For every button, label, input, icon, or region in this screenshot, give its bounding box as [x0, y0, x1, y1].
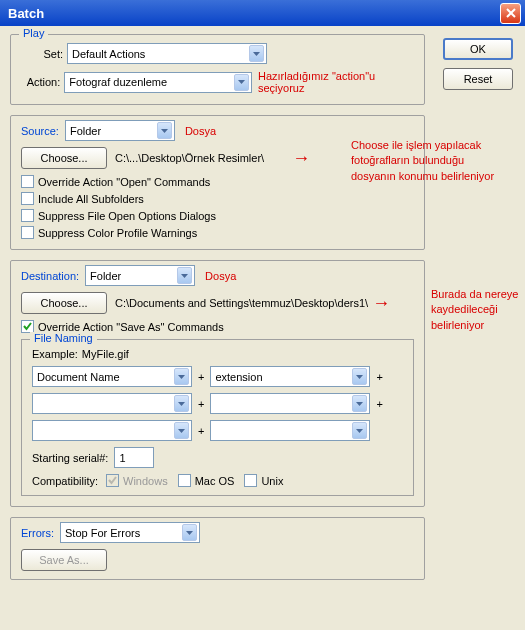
plus-separator: + [370, 371, 388, 383]
set-label: Set: [21, 48, 67, 60]
filename-part-3[interactable] [32, 393, 192, 414]
filename-part-2[interactable]: extension [210, 366, 370, 387]
close-button[interactable] [500, 3, 521, 24]
suppress-color-checkbox[interactable]: Suppress Color Profile Warnings [21, 226, 414, 239]
chevron-down-icon [182, 524, 197, 541]
destination-label: Destination: [21, 270, 79, 282]
dialog-body: OK Reset Play Set: Default Actions Actio… [0, 26, 525, 630]
source-dosya-note: Dosya [185, 125, 216, 137]
destination-fieldset: Destination: Folder Dosya Choose... C:\D… [10, 260, 425, 507]
errors-select[interactable]: Stop For Errors [60, 522, 200, 543]
filename-part-4[interactable] [210, 393, 370, 414]
arrow-right-icon: → [372, 293, 390, 314]
errors-label: Errors: [21, 527, 54, 539]
plus-separator: + [192, 398, 210, 410]
destination-dosya-note: Dosya [205, 270, 236, 282]
close-icon [506, 8, 516, 18]
chevron-down-icon [352, 395, 367, 412]
starting-serial-label: Starting serial#: [32, 452, 108, 464]
example-value: MyFile.gif [82, 348, 129, 360]
override-open-label: Override Action "Open" Commands [38, 176, 210, 188]
example-label: Example: [32, 348, 78, 360]
action-label: Action: [21, 76, 64, 88]
include-subfolders-checkbox[interactable]: Include All Subfolders [21, 192, 414, 205]
chevron-down-icon [174, 422, 189, 439]
ok-button[interactable]: OK [443, 38, 513, 60]
checkbox-icon [21, 175, 34, 188]
source-select[interactable]: Folder [65, 120, 175, 141]
plus-separator: + [192, 371, 210, 383]
source-label: Source: [21, 125, 59, 137]
suppress-open-checkbox[interactable]: Suppress File Open Options Dialogs [21, 209, 414, 222]
plus-separator: + [192, 425, 210, 437]
compat-unix-label: Unix [261, 475, 283, 487]
chevron-down-icon [249, 45, 264, 62]
titlebar: Batch [0, 0, 525, 26]
destination-note: Burada da nereye kaydedileceği belirleni… [431, 287, 521, 333]
suppress-color-label: Suppress Color Profile Warnings [38, 227, 197, 239]
compat-unix-checkbox[interactable]: Unix [244, 474, 283, 487]
filename-part-6[interactable] [210, 420, 370, 441]
chevron-down-icon [352, 368, 367, 385]
destination-choose-button[interactable]: Choose... [21, 292, 107, 314]
starting-serial-input[interactable]: 1 [114, 447, 154, 468]
checkbox-icon [244, 474, 257, 487]
chevron-down-icon [352, 422, 367, 439]
checkbox-icon [21, 192, 34, 205]
set-value: Default Actions [72, 48, 249, 60]
chevron-down-icon [174, 368, 189, 385]
action-select[interactable]: Fotograf duzenleme [64, 72, 252, 93]
save-as-button: Save As... [21, 549, 107, 571]
source-choose-button[interactable]: Choose... [21, 147, 107, 169]
compat-windows-checkbox: Windows [106, 474, 168, 487]
filename-part-1[interactable]: Document Name [32, 366, 192, 387]
dialog-buttons: OK Reset [443, 38, 513, 90]
chevron-down-icon [234, 74, 249, 91]
set-select[interactable]: Default Actions [67, 43, 267, 64]
checkbox-icon [21, 226, 34, 239]
destination-select[interactable]: Folder [85, 265, 195, 286]
checkbox-icon [21, 209, 34, 222]
filenaming-fieldset: File Naming Example: MyFile.gif Document… [21, 339, 414, 496]
arrow-right-icon: → [292, 148, 310, 169]
destination-path: C:\Documents and Settings\temmuz\Desktop… [115, 297, 368, 309]
action-value: Fotograf duzenleme [69, 76, 234, 88]
reset-button[interactable]: Reset [443, 68, 513, 90]
destination-value: Folder [90, 270, 177, 282]
source-path: C:\...\Desktop\Örnek Resimler\ [115, 152, 264, 164]
suppress-open-label: Suppress File Open Options Dialogs [38, 210, 216, 222]
compat-mac-label: Mac OS [195, 475, 235, 487]
play-note: Hazırladığımız "action"u seçiyoruz [258, 70, 414, 94]
errors-fieldset: Errors: Stop For Errors Save As... [10, 517, 425, 580]
errors-value: Stop For Errors [65, 527, 182, 539]
compatibility-label: Compatibility: [32, 475, 98, 487]
filenaming-legend: File Naming [30, 332, 97, 344]
checkbox-icon [178, 474, 191, 487]
compat-windows-label: Windows [123, 475, 168, 487]
chevron-down-icon [157, 122, 172, 139]
include-subfolders-label: Include All Subfolders [38, 193, 144, 205]
play-legend: Play [19, 27, 48, 39]
checkbox-icon [106, 474, 119, 487]
chevron-down-icon [174, 395, 189, 412]
compat-mac-checkbox[interactable]: Mac OS [178, 474, 235, 487]
source-fieldset: Source: Folder Dosya Choose... C:\...\De… [10, 115, 425, 250]
chevron-down-icon [177, 267, 192, 284]
source-value: Folder [70, 125, 157, 137]
plus-separator: + [370, 398, 388, 410]
source-note: Choose ile işlem yapılacak fotoğrafların… [351, 138, 501, 184]
play-fieldset: Play Set: Default Actions Action: Fotogr… [10, 34, 425, 105]
filename-part-5[interactable] [32, 420, 192, 441]
override-saveas-label: Override Action "Save As" Commands [38, 321, 224, 333]
window-title: Batch [8, 6, 500, 21]
